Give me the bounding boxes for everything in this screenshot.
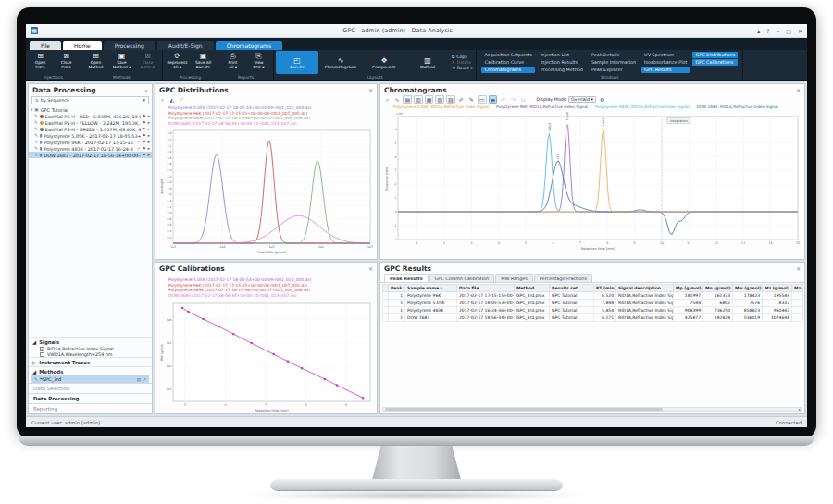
window-toggle-processing-method[interactable]: Processing Method: [538, 67, 586, 73]
nav-data-selection[interactable]: Data Selection: [29, 383, 152, 393]
close-icon[interactable]: ✕: [368, 87, 373, 93]
arrow-icon[interactable]: ▸: [148, 153, 150, 157]
window-toggle-isoabsorbance-plot[interactable]: Isoabsorbance Plot: [641, 59, 690, 66]
tree-item-polystyrene-5-05k[interactable]: ✎▮Polystyrene 5.05K - 2017-02-17 18-05-5…: [29, 132, 152, 139]
funnel-icon[interactable]: ▼: [439, 287, 442, 290]
view-pdf-button[interactable]: ⎘ViewPDF ▾: [246, 51, 271, 74]
table-row[interactable]: 1Polystyrene 483K2017-02-17 16-24-36+00-…: [383, 307, 803, 314]
window-control-[interactable]: ▴: [757, 28, 760, 34]
signal-curve-icon[interactable]: ∿: [392, 95, 401, 104]
nav-data-processing[interactable]: Data Processing: [29, 393, 152, 403]
window-toggle-uv-spectrum[interactable]: UV Spectrum: [641, 52, 690, 58]
grid-chart-icon[interactable]: ▦: [425, 95, 434, 104]
overlay-chart-icon[interactable]: ▤: [403, 95, 412, 104]
column-header-mp-g-mol[interactable]: Mp (g/mol): [674, 285, 703, 292]
window-control-[interactable]: ?: [766, 28, 769, 34]
tree-item-dow-1683[interactable]: ✎▮DOW 1683 - 2017-02-17 18-56-34+00-00-1…: [29, 152, 152, 158]
arrow-icon[interactable]: ▸: [148, 146, 150, 151]
nav-reporting[interactable]: Reporting: [29, 403, 152, 413]
column-header-peak[interactable]: Peak #: [389, 285, 405, 292]
scroll-right-icon[interactable]: ▸: [799, 407, 802, 412]
results-button[interactable]: ◰Results: [276, 51, 318, 74]
column-header-sample-name[interactable]: Sample name ▼: [405, 285, 457, 292]
column-header-method[interactable]: Method: [515, 285, 550, 292]
arrow-icon[interactable]: ▸: [148, 120, 150, 125]
open-data-button[interactable]: ⊞OpenData: [28, 51, 53, 74]
tree-item-easivial-ps-h[interactable]: ✎EasiVial PS-H - GREEN - 1.037M, 69.65K,…: [29, 126, 152, 132]
distributions-chart[interactable]: 1e31e41e51e61e70.20.40.60.81.01.21.41.61…: [159, 127, 373, 254]
table-row[interactable]: 1Polystyrene 5.05K2017-02-17 18-05-53+00…: [383, 300, 803, 307]
signals-section-header[interactable]: ◢ Signals: [29, 337, 152, 346]
window-toggle-gpc-results[interactable]: GPC Results: [641, 67, 690, 73]
window-control-[interactable]: ‒: [776, 28, 779, 34]
edit-pen-icon[interactable]: ✎: [467, 95, 476, 104]
stack-chart-icon[interactable]: ▥: [414, 95, 423, 104]
print-all-button[interactable]: ⎙PrintAll ▾: [220, 51, 245, 74]
peaks-chart-icon[interactable]: ◭: [168, 95, 176, 104]
window-toggle-acquisition-setpoints[interactable]: Acquisition Setpoints: [481, 52, 534, 58]
column-header-rt-min[interactable]: RT (min): [594, 285, 616, 292]
column-header-mz-1-g[interactable]: Mz+1 (g/: [792, 285, 803, 292]
tab-home[interactable]: Home: [63, 41, 102, 50]
open-external-icon[interactable]: ⇗: [143, 377, 146, 382]
column-header-results-set[interactable]: Results set: [550, 285, 594, 292]
close-icon[interactable]: ✕: [796, 87, 801, 93]
arrow-icon[interactable]: ▸: [148, 133, 150, 138]
column-header-signal-description[interactable]: Signal description: [616, 285, 674, 292]
checked-checkbox-icon[interactable]: ✓: [40, 347, 44, 351]
results-tab-gpc-column-calibration[interactable]: GPC Column Calibration: [429, 274, 495, 282]
gear-icon[interactable]: ⚙: [598, 95, 606, 104]
window-control-[interactable]: ✕: [798, 28, 802, 34]
window-toggle-gpc-distributions[interactable]: GPC Distributions: [692, 52, 738, 58]
results-tab-peak-results[interactable]: Peak Results: [384, 274, 429, 282]
compounds-button[interactable]: ❖Compounds: [363, 51, 405, 74]
save-all-results-button[interactable]: ▣Save AllResults: [191, 51, 216, 74]
column-header-mw-g-mol[interactable]: Mw (g/mol): [733, 285, 763, 292]
column-header-data-file[interactable]: Data file: [457, 285, 515, 292]
reprocess-all-button[interactable]: ⟳ReprocessAll ▾: [165, 51, 190, 74]
annotate-pen-icon[interactable]: ✐: [457, 95, 466, 104]
tab-processing[interactable]: Processing: [104, 41, 155, 50]
window-toggle-injection-list[interactable]: Injection List: [538, 52, 586, 58]
close-icon[interactable]: ✕: [368, 265, 373, 272]
method-item-gpc-3rd[interactable]: ✎ *GPC_3rd ▤ ⇗: [31, 375, 149, 383]
methods-section-header[interactable]: ◢ Methods: [29, 366, 152, 375]
column-header-mz-g-mol[interactable]: Mz (g/mol): [763, 285, 792, 292]
sequence-filter-dropdown[interactable]: ⇅ by Sequence ▾: [31, 96, 149, 104]
tree-item-easivial-ps-h[interactable]: ✎EasiVial PS-H - YELLOW - 3.242M, 195.3K…: [29, 119, 152, 126]
tree-item-easivial-ps-h[interactable]: ✎EasiVial PS-H - RED - 6.035M, 436.2K, 1…: [29, 113, 152, 119]
window-toggle-peak-explorer[interactable]: Peak Explorer: [589, 67, 639, 73]
tab-file[interactable]: File: [30, 41, 61, 50]
display-mode-select[interactable]: Overlaid ▾: [568, 96, 596, 103]
arrow-icon[interactable]: ▸: [148, 127, 150, 131]
window-toggle-gpc-calibrations[interactable]: GPC Calibrations: [692, 59, 738, 66]
unchecked-checkbox-icon[interactable]: [40, 352, 44, 357]
tree-item-polystyrene-96k[interactable]: ✎▮Polystyrene 96K - 2017-02-17 17-15-15✓…: [29, 139, 152, 145]
arrow-icon[interactable]: ▸: [148, 114, 150, 118]
scrollbar-thumb[interactable]: [385, 408, 663, 411]
tab-audit-e-sign[interactable]: Audit/E-Sign: [157, 41, 214, 50]
expand-arrow-icon[interactable]: ▾: [31, 107, 32, 112]
window-control-[interactable]: ▢: [786, 28, 791, 34]
tree-item-gpc-tutorial[interactable]: ▾▣GPC Tutorial: [29, 106, 152, 113]
window-toggle-peak-details[interactable]: Peak Details: [589, 52, 639, 58]
calibrations-chart[interactable]: 567891e31e41e51e6Retention time (min)MW …: [159, 300, 373, 412]
save-method-button[interactable]: ▣SaveMethod ▾: [109, 51, 134, 74]
arrow-icon[interactable]: ▸: [148, 140, 150, 144]
instrument-traces-section-header[interactable]: ▷ Instrument Traces: [29, 357, 152, 366]
table-icon[interactable]: ▤: [137, 377, 141, 382]
open-method-button[interactable]: ⊞OpenMethod: [83, 51, 108, 74]
results-tab-mw-ranges[interactable]: MW Ranges: [495, 274, 533, 282]
window-toggle-injection-results[interactable]: Injection Results: [538, 59, 586, 66]
reset-button[interactable]: ⟲Reset ▾: [452, 66, 472, 70]
window-toggle-sample-information[interactable]: Sample Information: [589, 59, 639, 66]
manual-integration-icon[interactable]: ▬: [489, 95, 498, 104]
window-toggle-chromatograms[interactable]: Chromatograms: [481, 67, 534, 73]
zoom-icon[interactable]: ⌕: [384, 95, 391, 104]
column-header-mn-g-mol[interactable]: Mn (g/mol): [703, 285, 733, 292]
window-toggle-calibration-curve[interactable]: Calibration Curve: [481, 59, 534, 66]
zoom-icon[interactable]: ⌕: [159, 95, 166, 104]
copy-button[interactable]: ⧉Copy: [452, 55, 472, 59]
close-icon[interactable]: ✕: [796, 265, 801, 272]
tab-chromatograms[interactable]: Chromatograms: [216, 41, 282, 50]
